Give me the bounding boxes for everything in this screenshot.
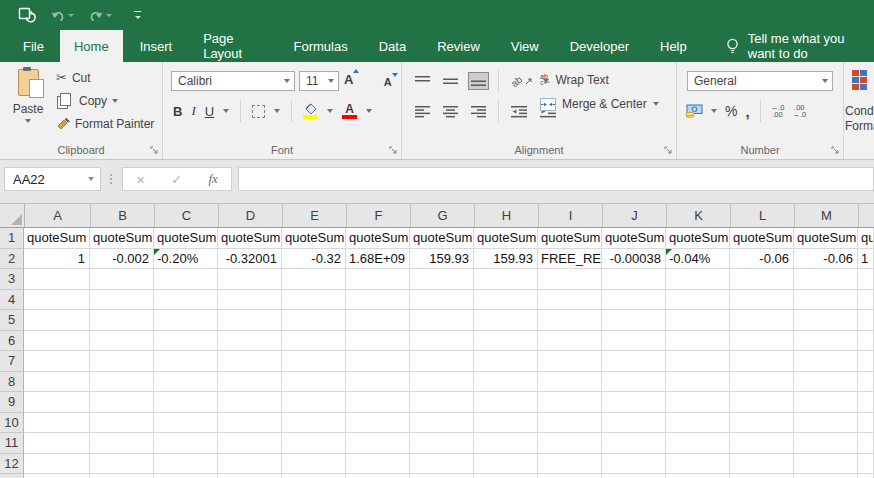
underline-button[interactable]: U — [205, 104, 214, 119]
cell-K6[interactable] — [666, 331, 730, 352]
conditional-formatting-button[interactable]: Conditional Formatting — [844, 62, 874, 159]
tab-review[interactable]: Review — [423, 30, 494, 62]
cell-M13[interactable] — [794, 474, 858, 478]
cell-L6[interactable] — [730, 331, 794, 352]
font-size-combobox[interactable]: 11 — [299, 71, 339, 91]
font-name-combobox[interactable]: Calibri — [171, 71, 295, 91]
cell-H7[interactable] — [474, 351, 538, 372]
cell-C4[interactable] — [154, 290, 218, 311]
cell-I2[interactable]: FREE_REA — [538, 249, 602, 270]
cell-N12[interactable] — [858, 454, 874, 475]
cell-E5[interactable] — [282, 310, 346, 331]
cell-H8[interactable] — [474, 372, 538, 393]
cell-G12[interactable] — [410, 454, 474, 475]
column-header-I[interactable]: I — [539, 204, 603, 227]
tell-me-box[interactable]: Tell me what you want to do — [726, 30, 874, 62]
cell-E4[interactable] — [282, 290, 346, 311]
cell-A9[interactable] — [24, 392, 90, 413]
cell-L11[interactable] — [730, 433, 794, 454]
column-header-G[interactable]: G — [411, 204, 475, 227]
column-header-N[interactable] — [859, 204, 874, 227]
cell-G5[interactable] — [410, 310, 474, 331]
cell-F10[interactable] — [346, 413, 410, 434]
cell-N4[interactable] — [858, 290, 874, 311]
cell-N7[interactable] — [858, 351, 874, 372]
cell-B13[interactable] — [90, 474, 154, 478]
comma-style-button[interactable]: , — [745, 103, 749, 120]
column-header-L[interactable]: L — [731, 204, 795, 227]
cell-I4[interactable] — [538, 290, 602, 311]
cell-F11[interactable] — [346, 433, 410, 454]
row-header-8[interactable]: 8 — [0, 372, 24, 393]
cell-A11[interactable] — [24, 433, 90, 454]
cell-G1[interactable]: quoteSum — [410, 228, 474, 249]
cell-L7[interactable] — [730, 351, 794, 372]
align-center-icon[interactable] — [440, 102, 461, 121]
cell-E11[interactable] — [282, 433, 346, 454]
column-header-C[interactable]: C — [155, 204, 219, 227]
cell-A1[interactable]: quoteSum — [24, 228, 90, 249]
row-header-10[interactable]: 10 — [0, 413, 24, 434]
cell-N13[interactable] — [858, 474, 874, 478]
cell-L12[interactable] — [730, 454, 794, 475]
cancel-icon[interactable]: × — [136, 171, 145, 188]
orientation-icon[interactable]: ab — [508, 73, 536, 90]
cell-A12[interactable] — [24, 454, 90, 475]
cell-N9[interactable] — [858, 392, 874, 413]
cell-L5[interactable] — [730, 310, 794, 331]
cell-I3[interactable] — [538, 269, 602, 290]
cell-L8[interactable] — [730, 372, 794, 393]
column-header-B[interactable]: B — [91, 204, 155, 227]
cell-I9[interactable] — [538, 392, 602, 413]
cell-M10[interactable] — [794, 413, 858, 434]
cell-E12[interactable] — [282, 454, 346, 475]
cell-C1[interactable]: quoteSum — [154, 228, 218, 249]
cell-L2[interactable]: -0.06 — [730, 249, 794, 270]
name-box[interactable]: AA22 — [4, 167, 101, 191]
align-right-icon[interactable] — [468, 102, 489, 121]
row-header-7[interactable]: 7 — [0, 351, 24, 372]
cell-M2[interactable]: -0.06 — [794, 249, 858, 270]
cell-L3[interactable] — [730, 269, 794, 290]
italic-button[interactable]: I — [191, 103, 195, 119]
cell-H10[interactable] — [474, 413, 538, 434]
enter-icon[interactable]: ✓ — [171, 172, 182, 187]
cell-G3[interactable] — [410, 269, 474, 290]
accounting-format-icon[interactable] — [685, 104, 703, 118]
cell-G2[interactable]: 159.93 — [410, 249, 474, 270]
decrease-indent-icon[interactable] — [508, 102, 530, 121]
cell-M4[interactable] — [794, 290, 858, 311]
cell-B11[interactable] — [90, 433, 154, 454]
cell-M7[interactable] — [794, 351, 858, 372]
font-dialog-launcher-icon[interactable] — [389, 146, 398, 155]
customize-quick-access-icon[interactable] — [134, 11, 141, 20]
cell-D10[interactable] — [218, 413, 282, 434]
cell-J9[interactable] — [602, 392, 666, 413]
cell-H9[interactable] — [474, 392, 538, 413]
cell-E6[interactable] — [282, 331, 346, 352]
cell-B2[interactable]: -0.002 — [90, 249, 154, 270]
cell-H2[interactable]: 159.93 — [474, 249, 538, 270]
cell-K12[interactable] — [666, 454, 730, 475]
cell-G10[interactable] — [410, 413, 474, 434]
cell-F13[interactable] — [346, 474, 410, 478]
undo-icon[interactable] — [50, 9, 74, 22]
cell-E1[interactable]: quoteSum — [282, 228, 346, 249]
cell-A6[interactable] — [24, 331, 90, 352]
cell-B4[interactable] — [90, 290, 154, 311]
cell-K13[interactable] — [666, 474, 730, 478]
cell-B7[interactable] — [90, 351, 154, 372]
cell-B12[interactable] — [90, 454, 154, 475]
cell-D2[interactable]: -0.32001 — [218, 249, 282, 270]
cell-A10[interactable] — [24, 413, 90, 434]
cell-G4[interactable] — [410, 290, 474, 311]
cell-G8[interactable] — [410, 372, 474, 393]
row-header-3[interactable]: 3 — [0, 269, 24, 290]
cell-N1[interactable]: quoteSum — [858, 228, 874, 249]
cell-M9[interactable] — [794, 392, 858, 413]
cell-H12[interactable] — [474, 454, 538, 475]
cell-K1[interactable]: quoteSum — [666, 228, 730, 249]
select-all-button[interactable] — [0, 204, 25, 227]
row-header-2[interactable]: 2 — [0, 249, 24, 270]
column-header-K[interactable]: K — [667, 204, 731, 227]
